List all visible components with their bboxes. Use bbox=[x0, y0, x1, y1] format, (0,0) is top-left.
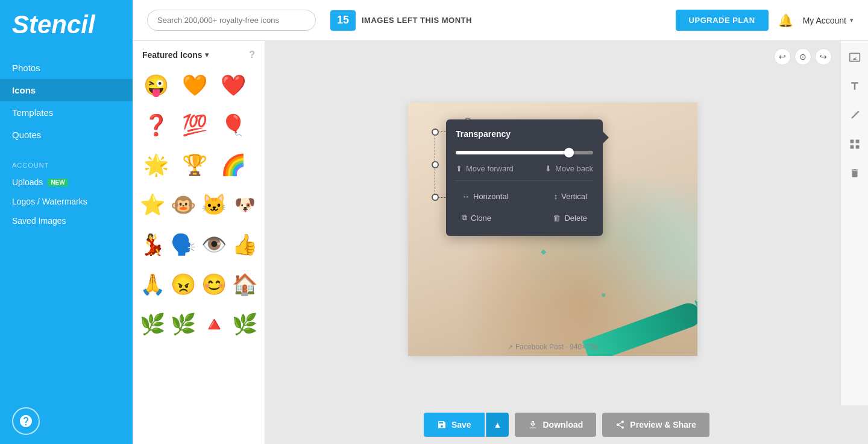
icon-cell[interactable]: 🌿 bbox=[230, 305, 260, 343]
icon-cell[interactable]: 👁️ bbox=[200, 226, 229, 263]
main-content: 15 IMAGES LEFT THIS MONTH UPGRADE PLAN 🔔… bbox=[133, 0, 868, 444]
handle-bl[interactable] bbox=[432, 194, 439, 201]
icon-cell[interactable]: 🌿 bbox=[137, 305, 167, 343]
image-icon bbox=[849, 51, 861, 63]
text-tool-button[interactable] bbox=[846, 77, 864, 95]
download-button[interactable]: Download bbox=[515, 413, 596, 437]
canvas-toolbar-top: ↩ ⊙ ↪ bbox=[774, 48, 832, 65]
save-dropdown-button[interactable]: ▲ bbox=[486, 413, 509, 437]
sidebar-item-logos[interactable]: Logos / Watermarks bbox=[0, 192, 133, 211]
logo-area: Stencil bbox=[0, 0, 133, 57]
icon-cell[interactable]: 🐵 bbox=[168, 186, 198, 223]
transparency-popup: Transparency ⬆ Move forward ⬇ Move back bbox=[446, 119, 603, 236]
delete-button[interactable]: 🗑 Delete bbox=[547, 209, 593, 226]
featured-chevron-icon[interactable]: ▾ bbox=[205, 51, 209, 59]
sidebar-nav: Photos Icons Templates Quotes bbox=[0, 57, 133, 152]
sidebar-bottom bbox=[0, 398, 133, 444]
icons-row: 💃 🗣️ 👁️ 👍 bbox=[137, 226, 260, 263]
icon-cell[interactable]: 😊 bbox=[200, 265, 229, 303]
icon-cell[interactable]: 😠 bbox=[168, 265, 198, 303]
search-input[interactable] bbox=[147, 10, 316, 31]
icons-panel: Featured Icons ▾ ? 😜 🧡 ❤️ ❓ 💯 🎈 bbox=[133, 41, 265, 444]
share-icon bbox=[615, 420, 625, 430]
horizontal-flip-button[interactable]: ↔ Horizontal bbox=[456, 188, 515, 205]
icon-cell[interactable]: 💯 bbox=[176, 106, 213, 144]
images-left-area: 15 IMAGES LEFT THIS MONTH bbox=[330, 10, 472, 31]
vertical-flip-button[interactable]: ↕ Vertical bbox=[548, 188, 593, 205]
resize-icon: ↗ bbox=[508, 343, 513, 351]
history-button[interactable]: ⊙ bbox=[794, 48, 811, 65]
icon-cell[interactable]: 🐱 bbox=[200, 186, 229, 223]
canvas-label: ↗ Facebook Post · 940×788 bbox=[508, 343, 598, 351]
sidebar: Stencil Photos Icons Templates Quotes AC… bbox=[0, 0, 133, 444]
icon-cell[interactable]: ❓ bbox=[137, 106, 175, 144]
move-forward-button[interactable]: ⬆ Move forward bbox=[456, 164, 514, 173]
help-button[interactable] bbox=[12, 407, 40, 435]
horizontal-label: Horizontal bbox=[473, 192, 509, 201]
clone-button[interactable]: ⧉ Clone bbox=[456, 209, 497, 226]
icon-cell[interactable]: 🌈 bbox=[215, 146, 252, 183]
move-back-label: Move back bbox=[555, 164, 593, 173]
sidebar-item-icons[interactable]: Icons bbox=[0, 79, 133, 101]
text-icon bbox=[849, 80, 861, 92]
download-icon bbox=[528, 420, 538, 430]
grid-tool-button[interactable] bbox=[846, 135, 864, 153]
notification-bell-icon[interactable]: 🔔 bbox=[778, 13, 793, 28]
upgrade-plan-button[interactable]: UPGRADE PLAN bbox=[676, 10, 769, 31]
sidebar-item-saved[interactable]: Saved Images bbox=[0, 211, 133, 230]
icon-cell[interactable]: 🐶 bbox=[230, 186, 260, 223]
icon-cell[interactable]: 😜 bbox=[137, 66, 175, 104]
image-tool-button[interactable] bbox=[846, 48, 864, 66]
images-count-badge: 15 bbox=[330, 10, 356, 31]
uploads-label: Uploads bbox=[12, 177, 43, 187]
icon-cell[interactable]: 🏠 bbox=[230, 265, 260, 303]
icon-cell[interactable]: 🌟 bbox=[137, 146, 175, 183]
icons-row: ❓ 💯 🎈 bbox=[137, 106, 260, 144]
icon-cell[interactable]: 🙏 bbox=[137, 265, 167, 303]
undo-button[interactable]: ↩ bbox=[774, 48, 791, 65]
vertical-label: Vertical bbox=[561, 192, 587, 201]
preview-label: Preview & Share bbox=[630, 420, 696, 430]
sidebar-item-uploads[interactable]: Uploads NEW bbox=[0, 173, 133, 192]
sidebar-item-photos[interactable]: Photos bbox=[0, 57, 133, 79]
clone-label: Clone bbox=[471, 214, 491, 223]
my-account-label: My Account bbox=[803, 16, 846, 25]
save-button[interactable]: Save bbox=[424, 413, 485, 437]
handle-ml[interactable] bbox=[432, 161, 439, 168]
bottom-bar: Save ▲ Download Preview & Share bbox=[265, 405, 868, 444]
redo-button[interactable]: ↪ bbox=[815, 48, 832, 65]
icon-cell[interactable]: 🌿 bbox=[168, 305, 198, 343]
icon-cell[interactable]: 🗣️ bbox=[168, 226, 198, 263]
save-icon bbox=[437, 420, 447, 430]
sidebar-item-templates[interactable]: Templates bbox=[0, 101, 133, 124]
icon-cell[interactable]: ⭐ bbox=[137, 186, 167, 223]
move-back-button[interactable]: ⬇ Move back bbox=[545, 164, 593, 173]
icons-row: 🌟 🏆 🌈 bbox=[137, 146, 260, 183]
my-account-area[interactable]: My Account ▾ bbox=[803, 16, 854, 25]
icon-cell[interactable]: 🧡 bbox=[176, 66, 213, 104]
icon-cell[interactable]: 💃 bbox=[137, 226, 167, 263]
preview-share-button[interactable]: Preview & Share bbox=[602, 413, 709, 437]
search-input-wrap bbox=[147, 10, 316, 31]
new-badge: NEW bbox=[48, 179, 68, 186]
app-logo[interactable]: Stencil bbox=[12, 11, 121, 39]
move-back-icon: ⬇ bbox=[545, 164, 552, 173]
help-icon bbox=[19, 414, 33, 428]
icon-cell[interactable]: 🏆 bbox=[176, 146, 213, 183]
images-left-text: IMAGES LEFT THIS MONTH bbox=[362, 16, 472, 25]
delete-tool-button[interactable] bbox=[846, 164, 864, 182]
icons-row: 🌿 🌿 🔺 🌿 bbox=[137, 305, 260, 343]
search-area bbox=[147, 10, 316, 31]
transparency-slider[interactable] bbox=[456, 151, 593, 154]
icon-cell[interactable]: 🎈 bbox=[215, 106, 252, 144]
icon-cell[interactable]: 👍 bbox=[230, 226, 260, 263]
line-tool-button[interactable] bbox=[846, 106, 864, 124]
move-forward-icon: ⬆ bbox=[456, 164, 462, 173]
popup-clone-delete-row: ⧉ Clone 🗑 Delete bbox=[456, 209, 593, 226]
icon-cell[interactable]: 🔺 bbox=[200, 305, 229, 343]
featured-help-icon[interactable]: ? bbox=[249, 49, 255, 60]
icon-cell[interactable]: ❤️ bbox=[215, 66, 252, 104]
handle-tl[interactable] bbox=[432, 128, 439, 136]
sidebar-item-quotes[interactable]: Quotes bbox=[0, 124, 133, 146]
scatter-6: ● bbox=[601, 290, 606, 299]
